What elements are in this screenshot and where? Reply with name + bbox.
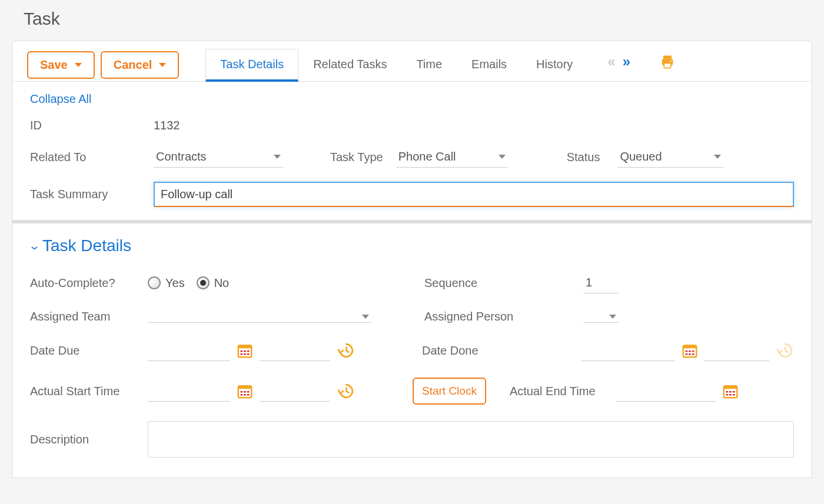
auto-complete-radio-group: Yes No xyxy=(148,276,236,290)
svg-rect-27 xyxy=(247,394,250,396)
date-done-clock-button[interactable] xyxy=(775,341,794,360)
tab-pager: « » xyxy=(605,54,633,76)
svg-rect-33 xyxy=(726,394,728,396)
chevron-left-icon[interactable]: « xyxy=(605,54,617,70)
task-type-dropdown[interactable]: Phone Call xyxy=(396,146,508,168)
id-label: ID xyxy=(30,119,148,132)
svg-rect-14 xyxy=(686,351,688,352)
task-details-section: Auto-Complete? Yes No Sequence Assigned … xyxy=(12,264,812,478)
status-label: Status xyxy=(567,151,600,164)
svg-point-3 xyxy=(670,61,672,62)
chevron-down-icon: ⌄ xyxy=(28,239,41,252)
clock-history-icon xyxy=(336,341,355,360)
yes-label: Yes xyxy=(165,276,185,290)
svg-rect-26 xyxy=(244,394,246,396)
svg-rect-15 xyxy=(689,351,691,352)
collapse-all-link[interactable]: Collapse All xyxy=(12,82,109,112)
save-button-label: Save xyxy=(40,58,68,72)
svg-rect-5 xyxy=(238,345,252,348)
svg-rect-7 xyxy=(244,351,246,352)
caret-down-icon xyxy=(274,155,281,159)
auto-complete-yes-radio[interactable] xyxy=(148,276,161,289)
tab-history[interactable]: History xyxy=(521,49,587,82)
auto-complete-label: Auto-Complete? xyxy=(30,276,148,290)
cancel-button-label: Cancel xyxy=(114,58,152,72)
svg-rect-2 xyxy=(664,63,671,68)
svg-rect-35 xyxy=(733,394,735,396)
id-value: 1132 xyxy=(154,119,180,132)
svg-rect-24 xyxy=(247,391,250,393)
calendar-icon xyxy=(236,382,254,400)
clock-history-icon xyxy=(336,382,355,400)
actual-end-calendar-button[interactable] xyxy=(722,382,739,400)
caret-down-icon xyxy=(609,315,616,319)
date-due-clock-button[interactable] xyxy=(336,341,355,360)
save-button[interactable]: Save xyxy=(27,51,95,79)
printer-icon xyxy=(659,54,676,70)
description-label: Description xyxy=(30,433,148,446)
svg-rect-31 xyxy=(729,391,732,393)
task-details-section-header[interactable]: ⌄ Task Details xyxy=(12,223,812,264)
calendar-icon xyxy=(681,342,699,359)
svg-rect-8 xyxy=(247,351,250,352)
actual-end-date-input[interactable] xyxy=(616,380,716,402)
caret-down-icon xyxy=(362,315,369,319)
date-done-input[interactable] xyxy=(581,340,675,361)
assigned-team-label: Assigned Team xyxy=(30,310,148,323)
tab-bar: Task Details Related Tasks Time Emails H… xyxy=(205,48,587,81)
date-due-calendar-button[interactable] xyxy=(236,342,254,359)
actual-start-time-input[interactable] xyxy=(260,380,330,402)
task-summary-input[interactable] xyxy=(154,182,794,207)
header-form: ID 1132 Related To Contracts Task Type P… xyxy=(12,112,812,220)
actual-start-date-input[interactable] xyxy=(148,380,230,402)
date-done-label: Date Done xyxy=(422,344,581,358)
calendar-icon xyxy=(722,382,739,400)
assigned-team-dropdown[interactable] xyxy=(148,311,371,323)
sequence-label: Sequence xyxy=(424,276,583,290)
clock-history-icon xyxy=(775,341,794,360)
cancel-button[interactable]: Cancel xyxy=(101,51,180,79)
page-title: Task xyxy=(0,0,824,41)
actual-start-clock-button[interactable] xyxy=(336,382,355,400)
svg-rect-19 xyxy=(692,353,695,355)
tab-time[interactable]: Time xyxy=(401,49,457,82)
svg-rect-34 xyxy=(729,394,732,396)
task-summary-label: Task Summary xyxy=(30,188,148,201)
related-to-label: Related To xyxy=(30,151,148,164)
task-type-label: Task Type xyxy=(330,151,383,164)
no-label: No xyxy=(214,276,230,290)
related-to-dropdown[interactable]: Contracts xyxy=(154,146,283,168)
svg-rect-25 xyxy=(241,394,243,396)
chevron-right-icon[interactable]: » xyxy=(620,54,633,70)
date-done-time-input[interactable] xyxy=(705,340,769,361)
task-type-value: Phone Call xyxy=(398,150,456,163)
tab-emails[interactable]: Emails xyxy=(457,49,521,82)
tab-task-details[interactable]: Task Details xyxy=(205,49,298,82)
caret-down-icon xyxy=(714,155,721,159)
description-textarea[interactable] xyxy=(148,421,794,458)
date-due-input[interactable] xyxy=(148,340,230,361)
auto-complete-no-radio[interactable] xyxy=(197,276,210,289)
assigned-person-dropdown[interactable] xyxy=(583,311,619,323)
sequence-input[interactable] xyxy=(583,272,619,293)
status-dropdown[interactable]: Queued xyxy=(617,146,723,168)
date-due-time-input[interactable] xyxy=(260,340,330,361)
svg-rect-32 xyxy=(733,391,735,393)
svg-rect-17 xyxy=(686,353,688,355)
related-to-value: Contracts xyxy=(156,150,207,163)
caret-down-icon xyxy=(159,63,166,67)
assigned-person-label: Assigned Person xyxy=(424,310,583,323)
date-done-calendar-button[interactable] xyxy=(681,342,699,359)
svg-rect-29 xyxy=(724,386,737,389)
print-button[interactable] xyxy=(659,54,676,76)
start-clock-button[interactable]: Start Clock xyxy=(413,378,486,405)
date-due-label: Date Due xyxy=(30,344,148,358)
tab-related-tasks[interactable]: Related Tasks xyxy=(298,49,401,82)
svg-rect-18 xyxy=(689,353,691,355)
actual-start-calendar-button[interactable] xyxy=(236,382,254,400)
status-value: Queued xyxy=(620,150,662,163)
svg-rect-11 xyxy=(247,353,250,355)
svg-rect-16 xyxy=(692,351,695,352)
actual-start-label: Actual Start Time xyxy=(30,385,148,398)
svg-rect-13 xyxy=(683,345,697,348)
